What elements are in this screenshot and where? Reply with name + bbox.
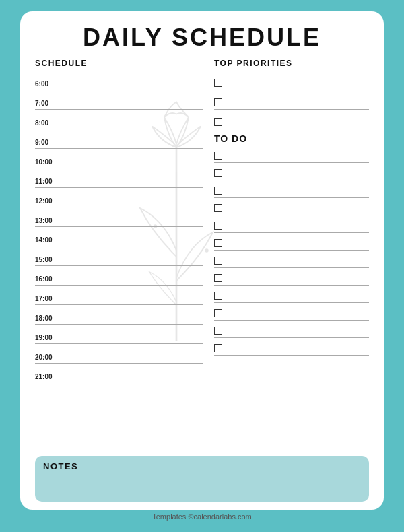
todo-checkbox[interactable] <box>214 257 222 265</box>
priority-checkbox[interactable] <box>214 79 222 87</box>
schedule-row[interactable]: 20:00 <box>35 344 203 364</box>
daily-schedule-page: DAILY SCHEDULE SCHEDULE 6:007:008:009:0 <box>20 11 384 510</box>
todo-checkbox[interactable] <box>214 239 222 247</box>
priority-checkbox[interactable] <box>214 98 222 106</box>
time-label: 16:00 <box>35 275 59 285</box>
priority-checkbox[interactable] <box>214 118 222 126</box>
schedule-row[interactable]: 9:00 <box>35 129 203 149</box>
time-label: 18:00 <box>35 314 59 324</box>
todo-rows <box>214 145 369 356</box>
todo-checkbox[interactable] <box>214 169 222 177</box>
todo-row[interactable] <box>214 303 369 321</box>
priorities-section: TOP PRIORITIES <box>214 59 369 129</box>
schedule-row[interactable]: 13:00 <box>35 207 203 227</box>
schedule-row[interactable]: 18:00 <box>35 305 203 325</box>
todo-checkbox[interactable] <box>214 344 222 352</box>
page-title: DAILY SCHEDULE <box>35 24 369 52</box>
schedule-row[interactable]: 12:00 <box>35 188 203 207</box>
schedule-row[interactable]: 7:00 <box>35 90 203 110</box>
time-label: 19:00 <box>35 334 59 343</box>
todo-row[interactable] <box>214 286 369 303</box>
todo-checkbox[interactable] <box>214 222 222 230</box>
todo-row[interactable] <box>214 321 369 338</box>
time-label: 21:00 <box>35 373 59 383</box>
time-label: 7:00 <box>35 100 59 109</box>
todo-row[interactable] <box>214 163 369 180</box>
todo-checkbox[interactable] <box>214 327 222 335</box>
time-label: 6:00 <box>35 80 59 90</box>
schedule-row[interactable]: 19:00 <box>35 325 203 344</box>
schedule-row[interactable]: 17:00 <box>35 286 203 305</box>
schedule-rows: 6:007:008:009:0010:0011:0012:0013:0014:0… <box>35 71 203 383</box>
todo-row[interactable] <box>214 215 369 233</box>
time-label: 10:00 <box>35 158 59 168</box>
todo-checkbox[interactable] <box>214 152 222 160</box>
priority-row[interactable] <box>214 110 369 129</box>
todo-row[interactable] <box>214 251 369 268</box>
time-label: 14:00 <box>35 236 59 246</box>
time-label: 20:00 <box>35 354 59 363</box>
schedule-row[interactable]: 14:00 <box>35 227 203 246</box>
time-label: 17:00 <box>35 295 59 304</box>
todo-row[interactable] <box>214 338 369 356</box>
main-columns: SCHEDULE 6:007:008:009:0010:0011:0012:00… <box>35 59 369 451</box>
todo-checkbox[interactable] <box>214 204 222 212</box>
schedule-row[interactable]: 15:00 <box>35 246 203 266</box>
todo-row[interactable] <box>214 145 369 163</box>
time-label: 11:00 <box>35 178 59 187</box>
schedule-header: SCHEDULE <box>35 59 203 68</box>
schedule-row[interactable]: 21:00 <box>35 364 203 383</box>
schedule-row[interactable]: 6:00 <box>35 71 203 90</box>
todo-row[interactable] <box>214 180 369 198</box>
todo-checkbox[interactable] <box>214 274 222 282</box>
priority-row[interactable] <box>214 71 369 90</box>
right-column: TOP PRIORITIES TO DO <box>214 59 369 451</box>
todo-checkbox[interactable] <box>214 292 222 300</box>
time-label: 8:00 <box>35 119 59 129</box>
todo-row[interactable] <box>214 233 369 251</box>
svg-point-2 <box>205 248 208 252</box>
schedule-row[interactable]: 8:00 <box>35 110 203 129</box>
time-label: 13:00 <box>35 217 59 226</box>
todo-row[interactable] <box>214 268 369 286</box>
schedule-row[interactable]: 11:00 <box>35 168 203 188</box>
notes-label: NOTES <box>43 461 361 471</box>
time-label: 12:00 <box>35 197 59 207</box>
priority-row[interactable] <box>214 90 369 110</box>
todo-checkbox[interactable] <box>214 187 222 195</box>
todo-header: TO DO <box>214 133 369 144</box>
priority-rows <box>214 71 369 129</box>
time-label: 9:00 <box>35 139 59 148</box>
todo-row[interactable] <box>214 198 369 215</box>
schedule-row[interactable]: 16:00 <box>35 266 203 286</box>
todo-checkbox[interactable] <box>214 309 222 317</box>
schedule-column: SCHEDULE 6:007:008:009:0010:0011:0012:00… <box>35 59 203 451</box>
time-label: 15:00 <box>35 256 59 265</box>
priorities-header: TOP PRIORITIES <box>214 59 369 68</box>
notes-section: NOTES <box>35 456 369 502</box>
schedule-row[interactable]: 10:00 <box>35 149 203 168</box>
footer: Templates ©calendarlabs.com <box>152 512 252 521</box>
